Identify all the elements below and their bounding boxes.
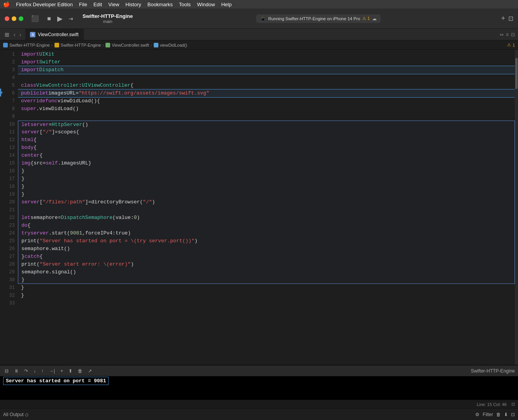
debug-toggle-btn[interactable]: ⊟: [3, 368, 10, 374]
line-num-12: 12: [5, 136, 15, 144]
continue-btn[interactable]: →|: [47, 368, 56, 374]
pause-btn[interactable]: ⏸: [12, 368, 20, 374]
code-line-20[interactable]: server["/files/:path"] = directoryBrowse…: [18, 198, 515, 206]
code-line-22[interactable]: let semaphore = DispatchSemaphore(value:…: [18, 214, 515, 222]
apple-logo-icon[interactable]: 🍎: [3, 1, 10, 7]
code-line-2[interactable]: import Swifter: [18, 58, 515, 66]
code-line-5[interactable]: class ViewController: UIViewController {: [18, 82, 515, 89]
plus-button[interactable]: +: [501, 14, 505, 23]
code-line-26[interactable]: semaphore.wait(): [18, 245, 515, 253]
code-line-19[interactable]: }: [18, 191, 515, 198]
close-button[interactable]: [5, 16, 9, 21]
tab-viewcontroller-swift[interactable]: S ViewController.swift: [25, 29, 83, 40]
menu-help[interactable]: Help: [221, 2, 232, 7]
minimize-button[interactable]: [12, 16, 16, 21]
export-icon[interactable]: ⬇: [504, 412, 508, 417]
run-destination[interactable]: 📱 Running Swifter-HTTP-Engine on iPhone …: [256, 14, 381, 23]
breadcrumb-project[interactable]: Swifter-HTTP-Engine: [9, 43, 50, 47]
menu-edit[interactable]: Edit: [93, 2, 102, 7]
code-line-15[interactable]: img { src = self.imagesURL }: [18, 159, 515, 167]
menu-app-name[interactable]: Firefox Developer Edition: [16, 2, 73, 7]
code-line-21[interactable]: [18, 206, 515, 214]
clear-btn[interactable]: 🗑: [76, 368, 84, 374]
line-col-label: Line: 15 Col: 46: [477, 402, 507, 407]
debug-toolbar: ⊟ ⏸ ↷ ↓ ↑ →| + ⬆ 🗑 ↗ Swifter-HTTP-Engine: [0, 366, 518, 376]
swift-file-icon: S: [30, 32, 35, 37]
trash-icon[interactable]: 🗑: [496, 412, 501, 417]
code-line-28[interactable]: print("Server start error: \(error)"): [18, 261, 515, 268]
code-content[interactable]: import UIKitimport Swifterimport Dispatc…: [18, 50, 515, 365]
code-line-14[interactable]: center {: [18, 152, 515, 159]
forward-button[interactable]: ›: [18, 32, 23, 38]
code-line-24[interactable]: try server.start(9081, forceIPv4: true): [18, 229, 515, 237]
step-out-btn[interactable]: ↑: [40, 368, 45, 374]
code-line-31[interactable]: }: [18, 284, 515, 292]
file-icon: [105, 43, 110, 47]
code-line-3[interactable]: import Dispatch: [18, 66, 515, 74]
code-line-16[interactable]: }: [18, 167, 515, 175]
breadcrumb-func[interactable]: viewDidLoad(): [160, 43, 187, 47]
code-line-8[interactable]: super.viewDidLoad(): [18, 105, 515, 113]
location-btn[interactable]: ↗: [86, 368, 93, 374]
line-num-28: 28: [5, 261, 15, 268]
line-num-13: 13: [5, 144, 15, 152]
code-line-23[interactable]: do {: [18, 222, 515, 229]
code-line-6[interactable]: public let imagesURL = "https://swift.or…: [18, 89, 515, 97]
share-btn[interactable]: ⬆: [67, 368, 74, 374]
scrollbar-thumb[interactable]: [515, 58, 518, 89]
code-line-13[interactable]: body {: [18, 144, 515, 152]
line-num-23: 23: [5, 222, 15, 229]
code-line-1[interactable]: import UIKit: [18, 51, 515, 58]
menu-bookmarks[interactable]: Bookmarks: [147, 2, 173, 7]
menu-window[interactable]: Window: [197, 2, 215, 7]
back-button[interactable]: ‹: [12, 32, 17, 38]
maximize-button[interactable]: [19, 16, 23, 21]
code-line-27[interactable]: } catch {: [18, 253, 515, 261]
code-editor[interactable]: 1234567891011121314151617181920212223242…: [0, 50, 518, 365]
menu-tools[interactable]: Tools: [179, 2, 191, 7]
menu-view[interactable]: View: [108, 2, 119, 7]
code-line-10[interactable]: let server = HttpServer(): [18, 121, 515, 128]
line-num-6: 6: [5, 89, 15, 97]
filter-label[interactable]: Filter: [483, 412, 493, 417]
line-num-10: 10: [5, 121, 15, 128]
breadcrumb-file[interactable]: ViewController.swift: [112, 43, 149, 47]
code-line-4[interactable]: [18, 74, 515, 82]
code-line-25[interactable]: print("Server has started on port = \(tr…: [18, 237, 515, 245]
tab-label: ViewController.swift: [38, 32, 78, 37]
code-line-7[interactable]: override func viewDidLoad() {: [18, 97, 515, 105]
breadcrumb-folder[interactable]: Swifter-HTTP-Engine: [61, 43, 101, 47]
code-line-30[interactable]: }: [18, 276, 515, 284]
split-view-button[interactable]: ⊡: [508, 15, 513, 22]
code-line-17[interactable]: }: [18, 175, 515, 183]
code-line-18[interactable]: }: [18, 183, 515, 191]
step-into-btn[interactable]: ↓: [32, 368, 37, 374]
run-button[interactable]: ▶: [56, 15, 64, 23]
inspector-toggle-button[interactable]: ≡: [506, 32, 509, 37]
fullscreen-icon[interactable]: ⊡: [511, 412, 515, 417]
sidebar-panel-button[interactable]: ⊞: [3, 31, 11, 38]
menu-history[interactable]: History: [125, 2, 141, 7]
line-num-16: 16: [5, 167, 15, 175]
status-right: Line: 15 Col: 46 ⊡: [477, 402, 515, 407]
code-line-9[interactable]: [18, 113, 515, 121]
step-over-btn[interactable]: ↷: [23, 368, 30, 374]
add-expr-btn[interactable]: +: [59, 368, 65, 374]
scheme-label: Swifter-HTTP-Engine: [471, 368, 515, 374]
sidebar-toggle-button[interactable]: ⬛: [31, 15, 39, 23]
step-button[interactable]: ⇥: [67, 15, 75, 23]
filter-icon: ⚙: [475, 412, 479, 417]
stop-button[interactable]: ■: [45, 15, 53, 23]
line-num-19: 19: [5, 191, 15, 198]
scrollbar[interactable]: [515, 50, 518, 365]
code-line-32[interactable]: }: [18, 292, 515, 299]
code-line-29[interactable]: semaphore.signal(): [18, 268, 515, 276]
output-label[interactable]: All Output ◇: [3, 412, 28, 417]
debug-area: ⊟ ⏸ ↷ ↓ ↑ →| + ⬆ 🗑 ↗ Swifter-HTTP-Engine…: [0, 365, 518, 400]
code-line-33[interactable]: [18, 299, 515, 307]
layout-button[interactable]: ⊡: [511, 32, 515, 37]
menu-file[interactable]: File: [79, 2, 87, 7]
editor-options-button[interactable]: ⇔: [500, 32, 504, 37]
code-line-12[interactable]: html {: [18, 136, 515, 144]
code-line-11[interactable]: server["/"] = scopes {: [18, 128, 515, 136]
